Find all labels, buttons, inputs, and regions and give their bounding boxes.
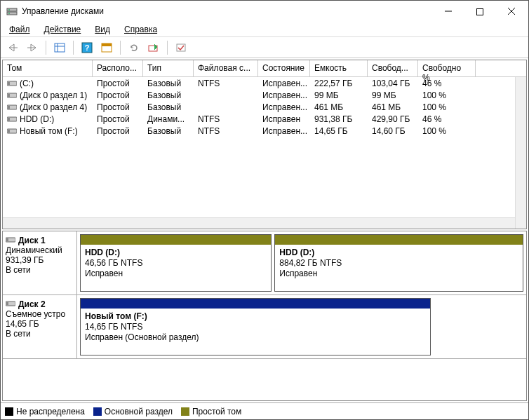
partition-box[interactable]: HDD (D:)884,82 ГБ NTFSИсправен: [274, 234, 523, 292]
col-layout[interactable]: Располо...: [93, 60, 143, 76]
disk-management-window: Управление дисками Файл Действие Вид Спр…: [0, 0, 529, 420]
cell: HDD (D:): [3, 114, 93, 124]
cell: 14,60 ГБ: [368, 126, 418, 136]
cell: Исправен...: [258, 126, 310, 136]
volume-icon: [7, 116, 17, 123]
table-row[interactable]: (C:)ПростойБазовыйNTFSИсправен...222,57 …: [3, 77, 526, 89]
table-row[interactable]: Новый том (F:)ПростойБазовыйNTFSИсправен…: [3, 125, 526, 137]
cell: (C:): [3, 79, 93, 88]
volume-list-body[interactable]: (C:)ПростойБазовыйNTFSИсправен...222,57 …: [3, 77, 526, 229]
col-free[interactable]: Свобод...: [368, 60, 418, 76]
volume-list-pane: Том Располо... Тип Файловая с... Состоян…: [2, 60, 527, 229]
cell: 103,04 ГБ: [368, 79, 418, 88]
cell: NTFS: [194, 79, 258, 88]
cell: Исправен: [258, 114, 310, 124]
titlebar[interactable]: Управление дисками: [1, 1, 528, 22]
cell: Базовый: [143, 79, 194, 88]
svg-text:?: ?: [85, 43, 90, 52]
cell: 99 МБ: [368, 90, 418, 100]
svg-rect-24: [8, 106, 10, 109]
cell: 429,90 ГБ: [368, 114, 418, 124]
volume-list-header[interactable]: Том Располо... Тип Файловая с... Состоян…: [3, 60, 526, 77]
partition-box[interactable]: Новый том (F:)14,65 ГБ NTFSИсправен (Осн…: [80, 298, 431, 355]
cell: 931,38 ГБ: [310, 114, 368, 124]
cell: Новый том (F:): [3, 126, 93, 136]
cell: 14,65 ГБ: [310, 126, 368, 136]
cell: 461 МБ: [310, 102, 368, 112]
menu-action[interactable]: Действие: [41, 23, 84, 36]
svg-rect-22: [8, 94, 10, 97]
cell: Базовый: [143, 126, 194, 136]
svg-rect-5: [476, 8, 483, 15]
svg-rect-10: [55, 43, 65, 52]
window-controls: [432, 1, 527, 22]
table-row[interactable]: (Диск 0 раздел 4)ПростойБазовыйИсправен.…: [3, 101, 526, 113]
legend-item: Основной раздел: [93, 407, 173, 416]
svg-rect-20: [8, 82, 10, 85]
view-list-icon[interactable]: [52, 40, 67, 55]
legend: Не распределенаОсновной разделПростой то…: [1, 402, 528, 419]
cell: Простой: [93, 79, 143, 88]
cell: 222,57 ГБ: [310, 79, 368, 88]
v-scrollbar[interactable]: [515, 77, 526, 229]
menu-help[interactable]: Справка: [121, 23, 160, 36]
volume-icon: [7, 104, 17, 111]
table-row[interactable]: (Диск 0 раздел 1)ПростойБазовыйИсправен.…: [3, 89, 526, 101]
col-status[interactable]: Состояние: [258, 60, 310, 76]
view-graphical-icon[interactable]: [99, 40, 114, 55]
col-type[interactable]: Тип: [143, 60, 194, 76]
disk-row[interactable]: Диск 2Съемное устро14,65 ГБВ сетиНовый т…: [3, 295, 526, 359]
cell: Базовый: [143, 90, 194, 100]
svg-point-3: [8, 13, 10, 14]
col-fs[interactable]: Файловая с...: [194, 60, 258, 76]
cell: NTFS: [194, 114, 258, 124]
forward-button[interactable]: [25, 40, 40, 55]
cell: 46 %: [418, 79, 476, 88]
disk-row[interactable]: Диск 1Динамический931,39 ГБВ сетиHDD (D:…: [3, 231, 526, 295]
cell: NTFS: [194, 126, 258, 136]
back-button[interactable]: [5, 40, 20, 55]
help-icon[interactable]: ?: [79, 40, 95, 55]
minimize-button[interactable]: [432, 1, 464, 22]
refresh-icon[interactable]: [126, 40, 142, 55]
cell: Простой: [93, 126, 143, 136]
maximize-button[interactable]: [464, 1, 495, 22]
content-area: Том Располо... Тип Файловая с... Состоян…: [1, 58, 528, 419]
cell: Исправен...: [258, 102, 310, 112]
cell: Простой: [93, 102, 143, 112]
cell: 100 %: [418, 102, 476, 112]
col-capacity[interactable]: Емкость: [310, 60, 368, 76]
svg-rect-16: [102, 43, 112, 46]
rescan-icon[interactable]: [146, 40, 161, 55]
disk-parts: HDD (D:)46,56 ГБ NTFSИсправенHDD (D:)884…: [77, 231, 526, 294]
close-button[interactable]: [495, 1, 527, 22]
disk-info: Диск 2Съемное устро14,65 ГБВ сети: [3, 295, 77, 358]
svg-rect-32: [6, 302, 8, 305]
window-title: Управление дисками: [22, 6, 432, 16]
cell: Простой: [93, 114, 143, 124]
disk-graphical-pane[interactable]: Диск 1Динамический931,39 ГБВ сетиHDD (D:…: [2, 231, 527, 401]
h-scrollbar[interactable]: [3, 217, 515, 229]
cell: (Диск 0 раздел 4): [3, 102, 93, 112]
cell: Простой: [93, 90, 143, 100]
legend-item: Не распределена: [5, 407, 85, 416]
col-freepct[interactable]: Свободно %: [418, 60, 476, 76]
svg-rect-18: [177, 44, 185, 51]
table-row[interactable]: HDD (D:)ПростойДинами...NTFSИсправен931,…: [3, 113, 526, 125]
svg-rect-30: [6, 238, 8, 241]
legend-item: Простой том: [181, 407, 241, 416]
menu-file[interactable]: Файл: [6, 23, 33, 36]
cell: Исправен...: [258, 79, 310, 88]
volume-icon: [7, 80, 17, 87]
partition-box[interactable]: HDD (D:)46,56 ГБ NTFSИсправен: [80, 234, 272, 292]
svg-point-2: [8, 9, 10, 11]
cell: 461 МБ: [368, 102, 418, 112]
menu-view[interactable]: Вид: [92, 23, 113, 36]
volume-icon: [7, 92, 17, 99]
menubar: Файл Действие Вид Справка: [1, 22, 528, 37]
disk-icon: [6, 236, 15, 245]
cell: Базовый: [143, 102, 194, 112]
properties-icon[interactable]: [173, 40, 189, 55]
col-volume[interactable]: Том: [3, 60, 93, 76]
cell: Исправен...: [258, 90, 310, 100]
